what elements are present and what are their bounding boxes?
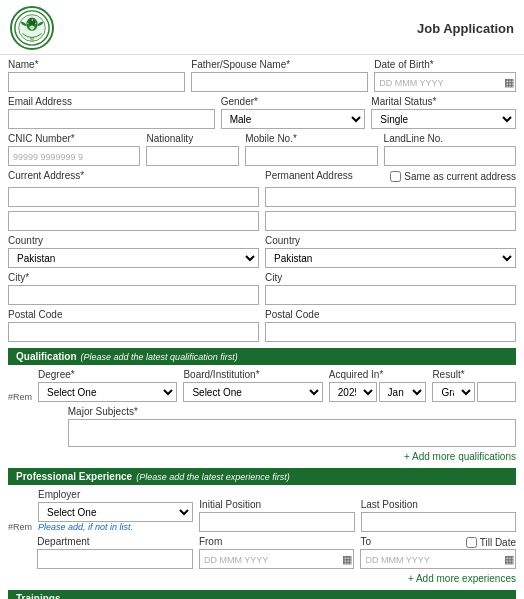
- permanent-address-input2[interactable]: [265, 211, 516, 231]
- city2-group: City: [265, 272, 516, 305]
- row-cnic: CNIC Number* Nationality Mobile No.* Lan…: [8, 133, 516, 166]
- till-date-label: Till Date: [480, 537, 516, 548]
- qual-year-select[interactable]: 2025: [329, 382, 377, 402]
- current-address-input-group: [8, 187, 259, 207]
- row-email-gender: Email Address Gender* Male Female Marita…: [8, 96, 516, 129]
- gender-select[interactable]: Male Female: [221, 109, 366, 129]
- city1-group: City*: [8, 272, 259, 305]
- country2-select[interactable]: Pakistan: [265, 248, 516, 268]
- qual-result-input[interactable]: [477, 382, 516, 402]
- dob-input[interactable]: [374, 72, 516, 92]
- exp-to-input[interactable]: [360, 549, 516, 569]
- qual-degree-label: Degree*: [38, 369, 177, 380]
- dob-group: Date of Birth* ▦: [374, 59, 516, 92]
- exp-from-group: From ▦: [199, 536, 355, 569]
- qual-acquired-label: Acquired In*: [329, 369, 427, 380]
- qual-board-label: Board/Institution*: [183, 369, 322, 380]
- qual-major-row: Major Subjects*: [8, 406, 516, 447]
- exp-row2: Department From ▦ To Till Date ▦: [8, 536, 516, 569]
- add-exp-link[interactable]: + Add more experiences: [8, 573, 516, 584]
- name-label: Name*: [8, 59, 185, 70]
- same-as-current-row: Same as current address: [390, 171, 516, 182]
- qual-board-select[interactable]: Select One: [183, 382, 322, 402]
- dob-label: Date of Birth*: [374, 59, 516, 70]
- exp-employer-group: Employer Select One Please add, if not i…: [38, 489, 193, 532]
- add-qual-link[interactable]: + Add more qualifications: [8, 451, 516, 462]
- marital-label: Marital Status*: [371, 96, 516, 107]
- father-label: Father/Spouse Name*: [191, 59, 368, 70]
- city2-label: City: [265, 272, 516, 283]
- qualification-note: (Please add the latest qualification fir…: [81, 352, 238, 362]
- exp-initial-input[interactable]: [199, 512, 354, 532]
- postal2-label: Postal Code: [265, 309, 516, 320]
- name-group: Name*: [8, 59, 185, 92]
- postal2-input[interactable]: [265, 322, 516, 342]
- marital-group: Marital Status* Single Married: [371, 96, 516, 129]
- nationality-input[interactable]: [146, 146, 239, 166]
- mobile-group: Mobile No.*: [245, 133, 377, 166]
- landline-group: LandLine No.: [384, 133, 516, 166]
- till-date-row: Till Date: [466, 537, 516, 548]
- permanent-address-input[interactable]: [265, 187, 516, 207]
- exp-initial-label: Initial Position: [199, 499, 354, 510]
- current-address-input[interactable]: [8, 187, 259, 207]
- experience-section-header: Professional Experience (Please add the …: [8, 468, 516, 485]
- exp-to-group: To Till Date ▦: [360, 536, 516, 569]
- qual-month-select[interactable]: Jan: [379, 382, 427, 402]
- country1-label: Country: [8, 235, 259, 246]
- qual-major-textarea[interactable]: [68, 419, 516, 447]
- nationality-label: Nationality: [146, 133, 239, 144]
- svg-text:🌿: 🌿: [30, 37, 34, 41]
- exp-dept-label: Department: [37, 536, 193, 547]
- training-title: Trainings: [16, 593, 60, 599]
- city1-label: City*: [8, 272, 259, 283]
- email-input[interactable]: [8, 109, 215, 129]
- experience-title: Professional Experience: [16, 471, 132, 482]
- city1-input[interactable]: [8, 285, 259, 305]
- postal1-group: Postal Code: [8, 309, 259, 342]
- email-group: Email Address: [8, 96, 215, 129]
- qual-board-group: Board/Institution* Select One: [183, 369, 322, 402]
- landline-label: LandLine No.: [384, 133, 516, 144]
- name-input[interactable]: [8, 72, 185, 92]
- qual-major-group: Major Subjects*: [68, 406, 516, 447]
- exp-rem-btn[interactable]: #Rem: [8, 508, 32, 532]
- qualification-title: Qualification: [16, 351, 77, 362]
- father-group: Father/Spouse Name*: [191, 59, 368, 92]
- cnic-input[interactable]: [8, 146, 140, 166]
- exp-from-label: From: [199, 536, 355, 547]
- qual-rem-btn[interactable]: #Rem: [8, 378, 32, 402]
- current-address-label: Current Address*: [8, 170, 259, 181]
- exp-please-add[interactable]: Please add, if not in list.: [38, 522, 193, 532]
- logo-circle: ★ ★ ★ 🌿: [10, 6, 54, 50]
- exp-to-wrapper: ▦: [360, 549, 516, 569]
- country1-select[interactable]: Pakistan: [8, 248, 259, 268]
- current-address-group: Current Address*: [8, 170, 259, 183]
- country1-group: Country Pakistan: [8, 235, 259, 268]
- postal1-input[interactable]: [8, 322, 259, 342]
- exp-dept-input[interactable]: [37, 549, 193, 569]
- form-body: Name* Father/Spouse Name* Date of Birth*…: [0, 55, 524, 599]
- till-date-checkbox[interactable]: [466, 537, 477, 548]
- qual-degree-select[interactable]: Select One: [38, 382, 177, 402]
- exp-from-input[interactable]: [199, 549, 355, 569]
- city2-input[interactable]: [265, 285, 516, 305]
- exp-last-input[interactable]: [361, 512, 516, 532]
- cnic-label: CNIC Number*: [8, 133, 140, 144]
- same-as-current-checkbox[interactable]: [390, 171, 401, 182]
- postal2-group: Postal Code: [265, 309, 516, 342]
- marital-select[interactable]: Single Married: [371, 109, 516, 129]
- mobile-input[interactable]: [245, 146, 377, 166]
- svg-text:★: ★: [31, 18, 34, 22]
- father-input[interactable]: [191, 72, 368, 92]
- qual-result-select[interactable]: Grade: [432, 382, 475, 402]
- nationality-group: Nationality: [146, 133, 239, 166]
- exp-employer-select[interactable]: Select One: [38, 502, 193, 522]
- row-country: Country Pakistan Country Pakistan: [8, 235, 516, 268]
- row-address-inputs: [8, 187, 516, 207]
- page-title: Job Application: [417, 21, 514, 36]
- current-address-input2[interactable]: [8, 211, 259, 231]
- qual-degree-group: Degree* Select One: [38, 369, 177, 402]
- qual-result-group: Result* Grade: [432, 369, 516, 402]
- landline-input[interactable]: [384, 146, 516, 166]
